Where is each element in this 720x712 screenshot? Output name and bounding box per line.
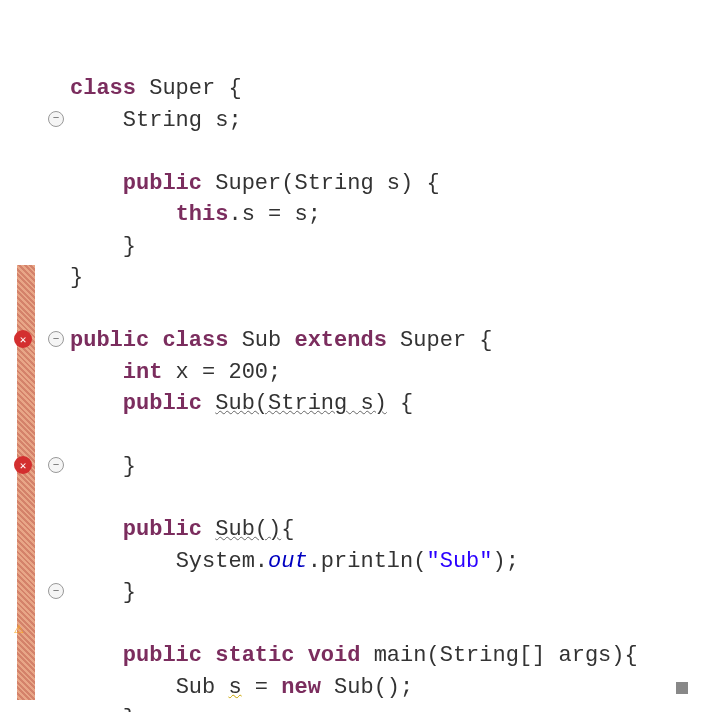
keyword-token: extends (294, 328, 386, 353)
code-line[interactable]: public Sub(String s) { (70, 388, 720, 420)
text-token: Sub (176, 675, 229, 700)
keyword-token: public (123, 517, 202, 542)
code-line[interactable]: Sub s = new Sub(); (70, 672, 720, 704)
text-token (202, 517, 215, 542)
text-token: Sub(); (321, 675, 413, 700)
warning-underline-token: s (228, 675, 241, 700)
keyword-token: public (123, 391, 202, 416)
code-line[interactable] (70, 420, 720, 452)
code-line[interactable] (70, 294, 720, 326)
error-underline-token: Sub(String s) (215, 391, 387, 416)
text-token: main(String[] args){ (360, 643, 637, 668)
code-line[interactable]: public Sub(){ (70, 514, 720, 546)
editor-gutter (0, 0, 45, 712)
code-line[interactable]: String s; (70, 105, 720, 137)
keyword-token: class (70, 76, 136, 101)
code-line[interactable] (70, 609, 720, 641)
code-line[interactable]: int x = 200; (70, 357, 720, 389)
text-token: } (123, 454, 136, 479)
code-line[interactable]: } (70, 703, 720, 712)
keyword-token: public (70, 328, 149, 353)
keyword-token: public (123, 171, 202, 196)
code-line[interactable]: class Super { (70, 73, 720, 105)
error-underline-token: Sub() (215, 517, 281, 542)
scroll-indicator (676, 682, 688, 694)
code-line[interactable]: } (70, 262, 720, 294)
text-token: } (123, 234, 136, 259)
text-token: Super(String s) { (202, 171, 440, 196)
text-token: Super { (387, 328, 493, 353)
code-editor[interactable]: class Super { String s; public Super(Str… (0, 0, 720, 712)
text-token: .println( (308, 549, 427, 574)
keyword-token: static (215, 643, 294, 668)
code-line[interactable]: } (70, 231, 720, 263)
code-line[interactable]: } (70, 577, 720, 609)
text-token: } (123, 706, 136, 712)
string-token: "Sub" (426, 549, 492, 574)
code-area[interactable]: class Super { String s; public Super(Str… (45, 0, 720, 712)
keyword-token: new (281, 675, 321, 700)
text-token: ); (493, 549, 519, 574)
code-line[interactable] (70, 136, 720, 168)
error-icon[interactable] (14, 456, 32, 474)
text-token (294, 643, 307, 668)
keyword-token: class (162, 328, 228, 353)
text-token: { (387, 391, 413, 416)
text-token (202, 391, 215, 416)
text-token (149, 328, 162, 353)
text-token: } (123, 580, 136, 605)
code-line[interactable]: public class Sub extends Super { (70, 325, 720, 357)
keyword-token: public (123, 643, 202, 668)
text-token: System. (176, 549, 268, 574)
text-token: { (281, 517, 294, 542)
code-line[interactable]: this.s = s; (70, 199, 720, 231)
static-field-token: out (268, 549, 308, 574)
code-line[interactable]: } (70, 451, 720, 483)
text-token: .s = s; (228, 202, 320, 227)
text-token: x = 200; (162, 360, 281, 385)
keyword-token: void (308, 643, 361, 668)
keyword-token: int (123, 360, 163, 385)
text-token: = (242, 675, 282, 700)
error-icon[interactable] (14, 330, 32, 348)
code-line[interactable] (70, 483, 720, 515)
warning-icon[interactable] (14, 615, 32, 633)
code-line[interactable]: System.out.println("Sub"); (70, 546, 720, 578)
text-token: Sub (228, 328, 294, 353)
code-line[interactable]: public Super(String s) { (70, 168, 720, 200)
text-token: } (70, 265, 83, 290)
text-token (202, 643, 215, 668)
code-line[interactable]: public static void main(String[] args){ (70, 640, 720, 672)
text-token: String s; (123, 108, 242, 133)
text-token: Super { (136, 76, 242, 101)
keyword-token: this (176, 202, 229, 227)
